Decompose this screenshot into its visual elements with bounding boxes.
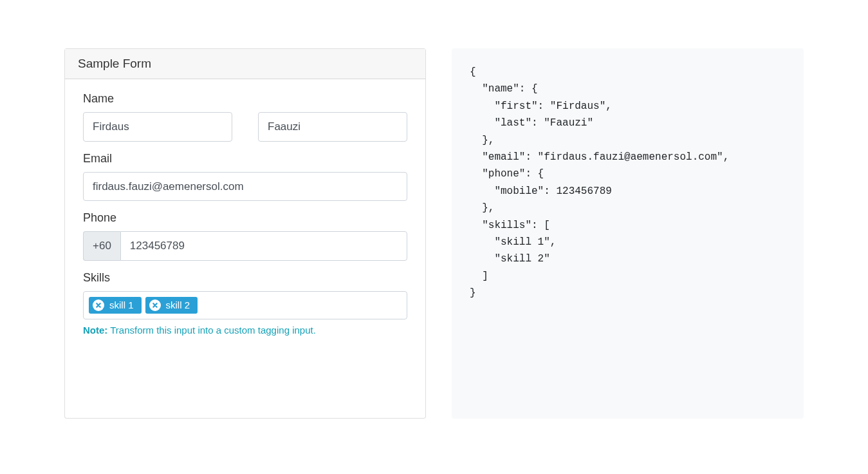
skills-tags-input[interactable]: skill 1 skill 2 <box>83 291 407 319</box>
email-label: Email <box>83 152 407 166</box>
card-header: Sample Form <box>65 49 425 79</box>
card-body: Name Email Phone +60 Skills <box>65 79 425 355</box>
sample-form-card: Sample Form Name Email Phone +60 <box>64 48 426 419</box>
phone-input[interactable] <box>120 231 407 261</box>
name-label: Name <box>83 92 407 106</box>
phone-group: Phone +60 <box>83 211 407 261</box>
remove-tag-icon[interactable] <box>93 299 104 311</box>
card-title: Sample Form <box>78 57 151 70</box>
last-name-input[interactable] <box>258 112 407 142</box>
phone-label: Phone <box>83 211 407 225</box>
skill-tag-label: skill 2 <box>166 299 190 310</box>
note-label: Note: <box>83 325 107 336</box>
skill-tag-label: skill 1 <box>109 299 134 310</box>
json-output-panel: { "name": { "first": "Firdaus", "last": … <box>452 48 804 419</box>
skills-group: Skills skill 1 skill 2 <box>83 271 407 336</box>
first-name-input[interactable] <box>83 112 232 142</box>
remove-tag-icon[interactable] <box>149 299 161 311</box>
skills-label: Skills <box>83 271 407 285</box>
email-group: Email <box>83 152 407 202</box>
name-group: Name <box>83 92 407 142</box>
json-output: { "name": { "first": "Firdaus", "last": … <box>470 64 786 301</box>
skills-note: Note: Transform this input into a custom… <box>83 325 407 336</box>
note-text: Transform this input into a custom taggi… <box>107 325 316 336</box>
skill-tag: skill 1 <box>89 297 142 314</box>
skill-tag: skill 2 <box>145 297 198 314</box>
email-input[interactable] <box>83 172 407 202</box>
phone-prefix: +60 <box>83 231 120 261</box>
